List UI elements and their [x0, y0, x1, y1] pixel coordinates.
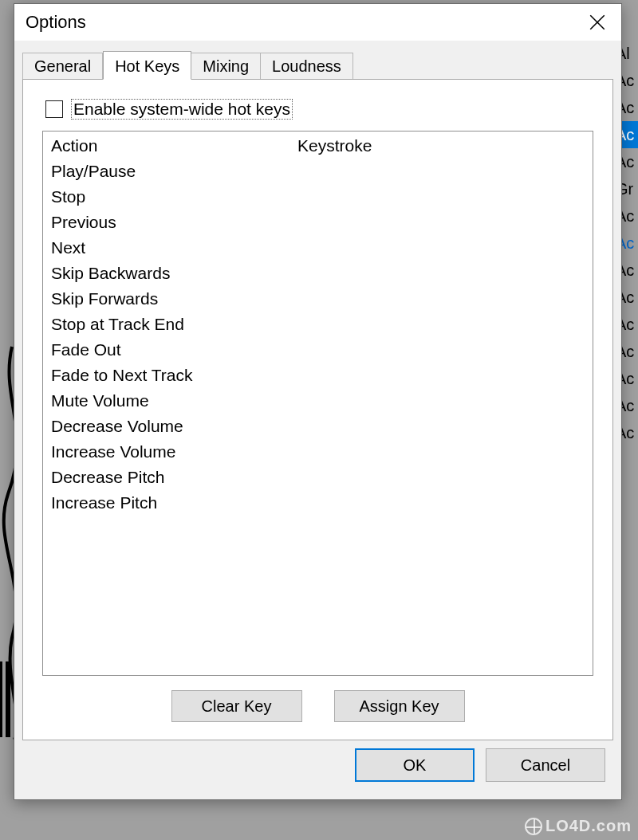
- keystroke-cell: [294, 490, 593, 516]
- list-item[interactable]: Fade Out: [43, 337, 593, 363]
- action-cell: Increase Volume: [43, 439, 294, 465]
- dialog-footer: OK Cancel: [22, 740, 613, 791]
- tab-general[interactable]: General: [22, 53, 103, 79]
- tab-hotkeys[interactable]: Hot Keys: [103, 51, 191, 80]
- keystroke-cell: [294, 210, 593, 235]
- action-cell: Play/Pause: [43, 159, 294, 184]
- list-item[interactable]: Increase Pitch: [43, 490, 593, 516]
- keystroke-cell: [294, 184, 593, 210]
- list-item[interactable]: Increase Volume: [43, 439, 593, 465]
- keystroke-cell: [294, 261, 593, 286]
- watermark-text: LO4D.com: [545, 817, 632, 835]
- titlebar: Options: [14, 4, 621, 41]
- list-item[interactable]: Previous: [43, 210, 593, 235]
- enable-hotkeys-row: Enable system-wide hot keys: [45, 99, 593, 120]
- window-title: Options: [26, 12, 86, 33]
- action-cell: Fade to Next Track: [43, 363, 294, 388]
- list-item[interactable]: Skip Backwards: [43, 261, 593, 286]
- ok-button[interactable]: OK: [355, 748, 475, 782]
- options-dialog: Options General Hot Keys Mixing Loudness…: [14, 3, 622, 800]
- keystroke-cell: [294, 286, 593, 312]
- keystroke-cell: [294, 465, 593, 490]
- hotkeys-listbox[interactable]: Action Keystroke Play/PauseStopPreviousN…: [42, 131, 593, 676]
- action-cell: Increase Pitch: [43, 490, 294, 516]
- list-item[interactable]: Decrease Pitch: [43, 465, 593, 490]
- close-icon: [589, 14, 605, 30]
- keystroke-cell: [294, 363, 593, 388]
- enable-hotkeys-label: Enable system-wide hot keys: [71, 99, 293, 120]
- action-cell: Decrease Volume: [43, 414, 294, 439]
- assign-key-button[interactable]: Assign Key: [334, 690, 465, 722]
- keystroke-cell: [294, 159, 593, 184]
- col-header-keystroke: Keystroke: [294, 133, 593, 159]
- tabstrip: General Hot Keys Mixing Loudness: [22, 50, 613, 79]
- list-item[interactable]: Play/Pause: [43, 159, 593, 184]
- list-item[interactable]: Mute Volume: [43, 388, 593, 414]
- action-cell: Skip Forwards: [43, 286, 294, 312]
- dialog-client: General Hot Keys Mixing Loudness Enable …: [14, 41, 621, 799]
- list-item[interactable]: Fade to Next Track: [43, 363, 593, 388]
- close-button[interactable]: [573, 4, 621, 41]
- clear-key-button[interactable]: Clear Key: [171, 690, 302, 722]
- action-cell: Stop: [43, 184, 294, 210]
- action-cell: Next: [43, 235, 294, 261]
- globe-icon: [525, 818, 542, 835]
- keystroke-cell: [294, 337, 593, 363]
- hotkey-buttons-row: Clear Key Assign Key: [42, 676, 593, 727]
- action-cell: Decrease Pitch: [43, 465, 294, 490]
- action-cell: Mute Volume: [43, 388, 294, 414]
- tabpage-hotkeys: Enable system-wide hot keys Action Keyst…: [22, 79, 613, 740]
- col-header-action: Action: [43, 133, 294, 159]
- action-cell: Fade Out: [43, 337, 294, 363]
- list-item[interactable]: Decrease Volume: [43, 414, 593, 439]
- keystroke-cell: [294, 414, 593, 439]
- list-header: Action Keystroke: [43, 133, 593, 159]
- keystroke-cell: [294, 312, 593, 337]
- action-cell: Previous: [43, 210, 294, 235]
- tab-loudness[interactable]: Loudness: [261, 53, 353, 79]
- list-item[interactable]: Skip Forwards: [43, 286, 593, 312]
- list-item[interactable]: Stop at Track End: [43, 312, 593, 337]
- list-item[interactable]: Stop: [43, 184, 593, 210]
- keystroke-cell: [294, 388, 593, 414]
- enable-hotkeys-checkbox[interactable]: [45, 100, 63, 118]
- cancel-button[interactable]: Cancel: [486, 748, 605, 782]
- keystroke-cell: [294, 235, 593, 261]
- watermark: LO4D.com: [525, 817, 632, 835]
- keystroke-cell: [294, 439, 593, 465]
- list-item[interactable]: Next: [43, 235, 593, 261]
- action-cell: Stop at Track End: [43, 312, 294, 337]
- action-cell: Skip Backwards: [43, 261, 294, 286]
- tab-mixing[interactable]: Mixing: [191, 53, 261, 79]
